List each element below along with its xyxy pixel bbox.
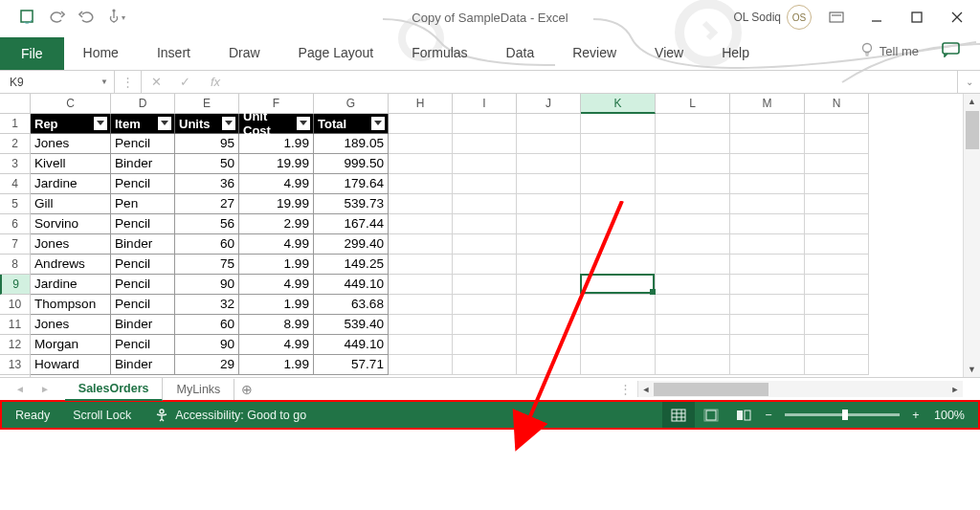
cell[interactable] [389,234,453,255]
filter-dropdown-icon[interactable] [158,117,171,130]
cell[interactable]: 1.99 [239,295,314,315]
cell[interactable]: 36 [175,174,239,194]
cell[interactable] [581,295,656,315]
cell[interactable] [453,214,517,234]
sheet-tab-active[interactable]: SalesOrders [65,378,164,401]
cell[interactable]: 2.99 [239,214,314,234]
cell[interactable]: 4.99 [239,275,314,295]
cell[interactable] [805,134,869,154]
table-header-cell[interactable]: Item [111,114,175,134]
cell[interactable] [656,134,730,154]
row-header[interactable]: 13 [0,355,30,375]
cell[interactable]: Binder [111,154,175,174]
cell[interactable]: 56 [175,214,239,234]
cell[interactable] [730,134,805,154]
cell[interactable]: Pencil [111,134,175,154]
cell[interactable] [656,275,730,295]
minimize-icon[interactable] [861,7,892,28]
cell[interactable]: 4.99 [239,174,314,194]
scroll-up-icon[interactable]: ▲ [964,94,980,109]
zoom-slider[interactable] [785,413,900,416]
cell[interactable]: 449.10 [314,335,389,355]
cell[interactable]: 32 [175,295,239,315]
table-header-cell[interactable]: Unit Cost [239,114,314,134]
cell[interactable]: Pencil [111,335,175,355]
ribbon-tab[interactable]: Page Layout [279,36,393,70]
account-name[interactable]: OL Sodiq OS [733,5,812,30]
cell[interactable] [730,234,805,255]
cell[interactable] [517,335,581,355]
cell[interactable] [453,315,517,335]
cell[interactable] [805,214,869,234]
cell[interactable]: Pencil [111,295,175,315]
file-tab[interactable]: File [0,37,64,70]
cell[interactable] [656,234,730,255]
page-layout-view-icon[interactable] [695,402,727,428]
cell[interactable] [656,295,730,315]
cell[interactable]: 8.99 [239,315,314,335]
cell[interactable] [517,194,581,214]
cell[interactable] [805,194,869,214]
ribbon-tab[interactable]: Formulas [392,36,486,70]
ribbon-tab[interactable]: Home [64,36,138,70]
cell[interactable]: Binder [111,234,175,255]
cell[interactable] [730,174,805,194]
cell[interactable] [389,275,453,295]
cell[interactable]: 1.99 [239,134,314,154]
cell[interactable] [805,255,869,275]
cell[interactable]: Pencil [111,214,175,234]
cell[interactable]: 19.99 [239,194,314,214]
cell[interactable]: 57.71 [314,355,389,375]
cell[interactable]: 189.05 [314,134,389,154]
cell[interactable]: Jardine [31,174,111,194]
cell[interactable] [656,315,730,335]
cell[interactable]: Sorvino [31,214,111,234]
vertical-scrollbar[interactable]: ▲ ▼ [963,94,980,377]
cell[interactable]: 299.40 [314,234,389,255]
cell[interactable] [453,194,517,214]
cell[interactable] [517,315,581,335]
undo-icon[interactable] [50,11,65,24]
cell[interactable] [517,355,581,375]
cell[interactable]: Jones [31,234,111,255]
filter-dropdown-icon[interactable] [371,117,385,130]
enter-icon[interactable]: ✓ [170,71,199,93]
row-header[interactable]: 7 [0,234,30,255]
table-header-cell[interactable]: Rep [31,114,111,134]
cell[interactable] [389,174,453,194]
cell[interactable]: 179.64 [314,174,389,194]
table-header-cell[interactable]: Total [314,114,389,134]
scroll-left-icon[interactable]: ◄ [638,385,654,394]
row-header[interactable]: 5 [0,194,30,214]
cell[interactable] [656,174,730,194]
cell[interactable]: 75 [175,255,239,275]
cell[interactable] [656,194,730,214]
close-icon[interactable] [942,7,972,28]
split-handle[interactable]: ⋮ [619,382,632,396]
cell[interactable]: 999.50 [314,154,389,174]
cell[interactable]: 27 [175,194,239,214]
cell[interactable]: 167.44 [314,214,389,234]
column-header[interactable]: M [730,94,805,114]
cell[interactable] [453,114,517,134]
cell[interactable] [581,134,656,154]
cell[interactable]: 50 [175,154,239,174]
cell[interactable] [581,214,656,234]
scrollbar-thumb[interactable] [654,383,768,396]
cell[interactable] [389,295,453,315]
cell[interactable] [581,174,656,194]
cell[interactable]: Pen [111,194,175,214]
row-header[interactable]: 8 [0,255,30,275]
horizontal-scrollbar[interactable]: ◄ ► [637,381,963,397]
cell[interactable] [517,134,581,154]
ribbon-tab[interactable]: View [635,36,702,70]
column-header[interactable]: D [111,94,175,114]
cell[interactable] [517,154,581,174]
cell[interactable]: Jones [31,134,111,154]
column-header[interactable]: I [453,94,517,114]
cell[interactable] [389,214,453,234]
cell[interactable] [389,134,453,154]
cell[interactable] [389,335,453,355]
cell[interactable] [517,295,581,315]
zoom-out-icon[interactable]: − [760,409,777,422]
